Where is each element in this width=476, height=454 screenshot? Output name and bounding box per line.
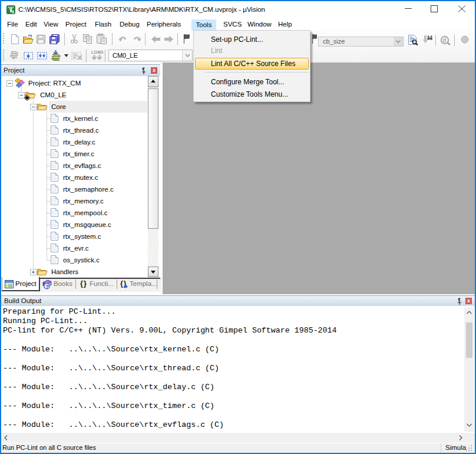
svg-text:LOAD: LOAD — [91, 50, 104, 54]
svg-text:?: ? — [45, 283, 49, 289]
svg-text:d: d — [443, 37, 447, 44]
